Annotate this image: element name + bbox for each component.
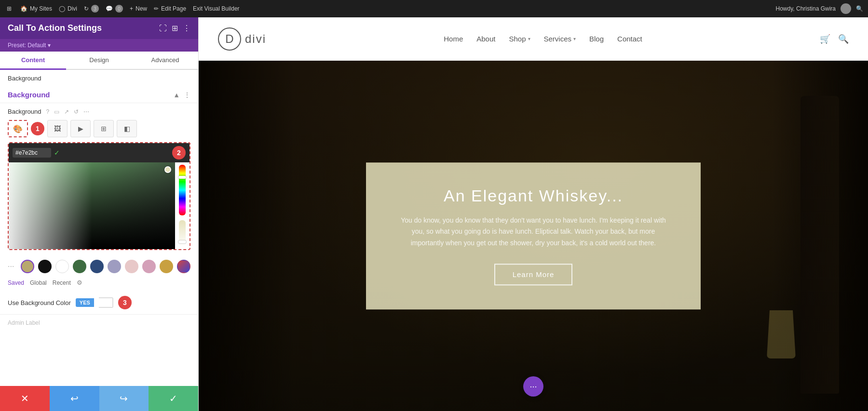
mobile-icon[interactable]: ▭ bbox=[54, 108, 59, 115]
shop-chevron-icon: ▾ bbox=[528, 36, 530, 41]
bg-type-video-button[interactable]: ▶ bbox=[70, 120, 91, 137]
swatch-light-pink[interactable] bbox=[125, 260, 138, 273]
nav-services[interactable]: Services ▾ bbox=[544, 35, 576, 43]
comments-count: 3 bbox=[91, 5, 99, 13]
swatch-gradient[interactable] bbox=[177, 260, 190, 273]
bottom-bar: ✕ ↩ ↪ ✓ bbox=[0, 386, 198, 411]
howdy-label: Howdy, Christina Gwira bbox=[776, 5, 836, 12]
redo-button[interactable]: ↪ bbox=[99, 386, 149, 411]
swatch-dark-green[interactable] bbox=[73, 260, 86, 273]
step1-badge: 1 bbox=[31, 122, 44, 135]
swatch-lavender[interactable] bbox=[108, 260, 121, 273]
my-sites-button[interactable]: 🏠 My Sites bbox=[20, 5, 52, 12]
background-section-mini: Background bbox=[0, 70, 198, 85]
bg-type-color-button[interactable]: 🎨 bbox=[8, 120, 28, 137]
fullscreen-icon[interactable]: ⛶ bbox=[159, 24, 167, 33]
sidebar-title: Call To Action Settings bbox=[8, 23, 102, 33]
step2-badge: 2 bbox=[172, 146, 186, 159]
exit-builder-label: Exit Visual Builder bbox=[193, 5, 240, 12]
swatch-black[interactable] bbox=[38, 260, 52, 273]
site-nav: D divi Home About Shop ▾ Services ▾ bbox=[199, 17, 868, 61]
background-section-header: Background ▲ ⋮ bbox=[0, 85, 198, 103]
search-nav-icon[interactable]: 🔍 bbox=[838, 34, 849, 44]
edit-page-label: Edit Page bbox=[161, 5, 186, 12]
wordpress-icon[interactable]: ⊞ bbox=[5, 4, 14, 13]
new-label: New bbox=[136, 5, 147, 12]
section-collapse-icon[interactable]: ▲ bbox=[173, 91, 180, 99]
undo-icon: ↩ bbox=[70, 393, 79, 404]
new-button[interactable]: + New bbox=[130, 5, 147, 12]
floating-dots-button[interactable]: ··· bbox=[523, 376, 543, 397]
nav-shop[interactable]: Shop ▾ bbox=[509, 35, 530, 43]
nav-about-label: About bbox=[476, 35, 495, 43]
edit-page-button[interactable]: ✏ Edit Page bbox=[154, 5, 186, 12]
swatch-gold[interactable] bbox=[160, 260, 173, 273]
hero-learn-more-button[interactable]: Learn More bbox=[494, 264, 573, 285]
help-icon[interactable]: ? bbox=[46, 108, 49, 115]
bg-type-image-button[interactable]: 🖼 bbox=[47, 120, 68, 137]
nav-home[interactable]: Home bbox=[444, 35, 463, 43]
dots-icon: ··· bbox=[529, 382, 537, 392]
nav-blog[interactable]: Blog bbox=[589, 35, 604, 43]
swatch-dark-blue[interactable] bbox=[90, 260, 104, 273]
divi-label: Divi bbox=[68, 5, 77, 12]
site-menu-icons: 🛒 🔍 bbox=[820, 34, 849, 44]
undo-small-icon[interactable]: ↺ bbox=[74, 108, 79, 115]
search-icon[interactable]: 🔍 bbox=[856, 5, 863, 12]
tab-design[interactable]: Design bbox=[66, 52, 132, 70]
hero-body: You do know, you do know that they don't… bbox=[395, 215, 672, 249]
swatch-tab-saved[interactable]: Saved bbox=[8, 279, 24, 286]
swatch-tab-global[interactable]: Global bbox=[30, 279, 47, 286]
toggle-yes-button[interactable]: YES bbox=[76, 298, 94, 307]
swatch-more-icon[interactable]: ··· bbox=[8, 262, 14, 271]
color-fill-icon: 🎨 bbox=[13, 124, 23, 133]
color-check-icon[interactable]: ✓ bbox=[54, 149, 60, 157]
admin-bar: ⊞ 🏠 My Sites ◯ Divi ↻ 3 💬 0 + New ✏ Edit… bbox=[0, 0, 868, 17]
swatch-settings-icon[interactable]: ⚙ bbox=[77, 279, 82, 286]
alpha-slider[interactable] bbox=[179, 220, 186, 247]
divi-icon: ◯ bbox=[59, 5, 65, 12]
avatar[interactable] bbox=[841, 3, 851, 14]
section-header-icons: ▲ ⋮ bbox=[173, 91, 190, 99]
swatch-tan[interactable] bbox=[21, 260, 34, 273]
step3-badge: 3 bbox=[118, 296, 132, 309]
edit-icon: ✏ bbox=[154, 5, 159, 12]
save-button[interactable]: ✓ bbox=[149, 386, 198, 411]
bg-type-mask-button[interactable]: ◧ bbox=[117, 120, 137, 137]
alpha-thumb bbox=[178, 240, 186, 243]
cart-icon[interactable]: 🛒 bbox=[820, 34, 830, 44]
cancel-button[interactable]: ✕ bbox=[0, 386, 50, 411]
my-sites-label: My Sites bbox=[30, 5, 52, 12]
swatch-tab-recent[interactable]: Recent bbox=[53, 279, 71, 286]
nav-about[interactable]: About bbox=[476, 35, 495, 43]
gradient-thumb[interactable] bbox=[164, 166, 171, 173]
pointer-icon[interactable]: ↗ bbox=[64, 108, 69, 115]
preset-chevron-icon[interactable]: ▾ bbox=[48, 42, 51, 49]
sidebar-tabs: Content Design Advanced bbox=[0, 52, 198, 70]
bg-type-pattern-button[interactable]: ⊞ bbox=[94, 120, 114, 137]
tab-advanced[interactable]: Advanced bbox=[132, 52, 198, 70]
section-more-icon[interactable]: ⋮ bbox=[184, 91, 190, 99]
tab-content[interactable]: Content bbox=[0, 52, 66, 70]
nav-services-label: Services bbox=[544, 35, 572, 43]
comments-button[interactable]: ↻ 3 bbox=[84, 5, 99, 13]
nav-contact[interactable]: Contact bbox=[617, 35, 642, 43]
gradient-area[interactable] bbox=[9, 162, 190, 249]
logo-circle: D bbox=[218, 27, 241, 51]
nav-blog-label: Blog bbox=[589, 35, 604, 43]
exit-builder-button[interactable]: Exit Visual Builder bbox=[193, 5, 240, 12]
divi-button[interactable]: ◯ Divi bbox=[59, 5, 77, 12]
more-icon[interactable]: ⋮ bbox=[183, 24, 190, 33]
color-hex-row: ✓ 2 bbox=[9, 143, 190, 162]
toggle-no-box[interactable] bbox=[99, 297, 113, 308]
undo-button[interactable]: ↩ bbox=[50, 386, 99, 411]
hex-input[interactable] bbox=[13, 148, 51, 158]
bubbles-button[interactable]: 💬 0 bbox=[106, 5, 123, 13]
swatch-pink[interactable] bbox=[142, 260, 156, 273]
columns-icon[interactable]: ⊞ bbox=[172, 24, 178, 33]
swatch-white[interactable] bbox=[55, 260, 69, 273]
dots-icon[interactable]: ⋯ bbox=[83, 108, 89, 115]
hue-slider[interactable] bbox=[179, 165, 186, 215]
site-menu: Home About Shop ▾ Services ▾ Blog Contac bbox=[444, 35, 642, 43]
site-logo[interactable]: D divi bbox=[218, 27, 266, 51]
